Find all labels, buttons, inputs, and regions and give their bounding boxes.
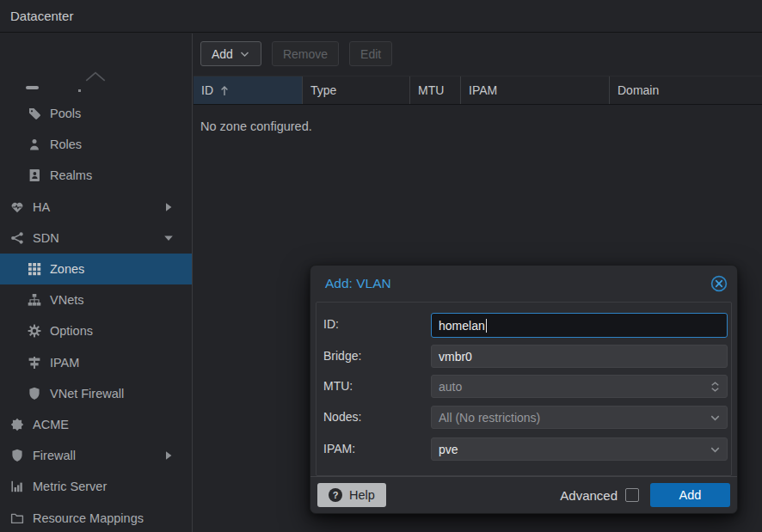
- sidebar-item-label: ACME: [33, 418, 69, 431]
- sidebar-item-acme[interactable]: ACME: [0, 409, 192, 440]
- sidebar-item-clipped: [26, 86, 39, 89]
- sidebar-item-label: Metric Server: [33, 480, 107, 493]
- column-header-domain[interactable]: Domain: [610, 76, 762, 104]
- table-empty-message: No zone configured.: [200, 119, 312, 133]
- sidebar-item-label: Roles: [50, 138, 82, 151]
- bridge-field-input[interactable]: vmbr0: [431, 345, 728, 368]
- bridge-field-value: vmbr0: [439, 350, 472, 364]
- spinner-icon[interactable]: [709, 380, 722, 394]
- network-icon: [9, 231, 25, 245]
- sidebar: PoolsRolesRealmsHASDNZonesVNetsOptionsIP…: [0, 34, 193, 532]
- bar-chart-icon: [9, 480, 25, 493]
- chevron-down-icon[interactable]: [162, 231, 175, 245]
- page-title: Datacenter: [10, 9, 73, 23]
- help-button-label: Help: [349, 488, 375, 502]
- question-mark-icon: ?: [329, 488, 342, 502]
- gear-icon: [26, 324, 42, 338]
- sidebar-item-label: Zones: [50, 262, 84, 276]
- remove-button[interactable]: Remove: [272, 41, 339, 66]
- id-field-value: homelan: [439, 319, 485, 333]
- sidebar-items: PoolsRolesRealmsHASDNZonesVNetsOptionsIP…: [0, 98, 192, 532]
- tag-icon: [26, 107, 42, 120]
- table-header: IDTypeMTUIPAMDomain: [194, 76, 762, 105]
- sidebar-item-pools[interactable]: Pools: [0, 98, 192, 129]
- id-field-row: ID:homelan: [316, 313, 731, 338]
- add-submit-button[interactable]: Add: [650, 483, 730, 507]
- nodes-field-value: All (No restrictions): [439, 411, 540, 425]
- dialog-title: Add: VLAN: [325, 276, 391, 291]
- text-cursor: [486, 319, 488, 333]
- dropdown-chevron-icon[interactable]: [709, 443, 722, 456]
- sidebar-item-options[interactable]: Options: [0, 315, 192, 346]
- bridge-field-row: Bridge:vmbr0: [316, 345, 731, 368]
- column-header-mtu[interactable]: MTU: [410, 76, 461, 104]
- chevron-right-icon[interactable]: [162, 200, 175, 214]
- ipam-field-row: IPAM:pve: [316, 437, 731, 461]
- toolbar: AddRemoveEdit: [194, 34, 762, 76]
- bridge-field-label: Bridge:: [323, 349, 361, 363]
- ipam-field-value: pve: [439, 443, 458, 456]
- sidebar-item-clipped-fragment: [78, 89, 81, 92]
- sidebar-item-label: HA: [33, 200, 50, 214]
- mtu-field-input[interactable]: auto: [431, 375, 728, 398]
- ipam-field-input[interactable]: pve: [431, 437, 728, 461]
- sidebar-item-label: Pools: [50, 107, 81, 120]
- advanced-checkbox[interactable]: [625, 488, 639, 502]
- sidebar-item-label: Resource Mappings: [33, 511, 144, 525]
- button-label: Remove: [283, 47, 328, 61]
- ipam-field-label: IPAM:: [323, 442, 355, 456]
- sidebar-item-metric-server[interactable]: Metric Server: [0, 471, 192, 502]
- sidebar-item-vnets[interactable]: VNets: [0, 284, 192, 315]
- add-button[interactable]: Add: [200, 41, 261, 66]
- chevron-right-icon[interactable]: [162, 449, 175, 462]
- scroll-up-indicator-icon[interactable]: [83, 70, 108, 86]
- sidebar-item-label: VNet Firewall: [50, 387, 124, 401]
- button-label: Edit: [360, 47, 381, 61]
- sitemap-icon: [26, 293, 42, 307]
- column-label: MTU: [418, 83, 444, 97]
- dialog-form: ID:homelanBridge:vmbr0MTU:autoNodes:All …: [316, 302, 732, 476]
- folder-icon: [9, 511, 25, 525]
- sidebar-item-label: Realms: [50, 168, 92, 182]
- sidebar-item-sdn[interactable]: SDN: [0, 223, 192, 254]
- sidebar-item-firewall[interactable]: Firewall: [0, 440, 192, 471]
- shield-icon: [26, 387, 42, 401]
- column-header-id[interactable]: ID: [194, 76, 303, 104]
- nodes-field-row: Nodes:All (No restrictions): [316, 406, 731, 429]
- add-vlan-dialog: Add: VLAN ID:homelanBridge:vmbr0MTU:auto…: [310, 265, 738, 514]
- sidebar-item-resource-mappings[interactable]: Resource Mappings: [0, 502, 192, 532]
- help-button[interactable]: ? Help: [317, 483, 386, 507]
- mtu-field-value: auto: [439, 380, 462, 394]
- edit-button[interactable]: Edit: [349, 41, 392, 66]
- id-field-input[interactable]: homelan: [431, 313, 728, 338]
- nodes-field-input[interactable]: All (No restrictions): [431, 406, 728, 429]
- signpost-icon: [26, 356, 42, 370]
- mtu-field-label: MTU:: [323, 379, 353, 393]
- column-label: Domain: [618, 83, 659, 97]
- advanced-label: Advanced: [560, 488, 618, 503]
- mtu-field-row: MTU:auto: [316, 375, 731, 398]
- dialog-footer: ? Help Advanced Add: [310, 476, 737, 513]
- nodes-field-label: Nodes:: [323, 410, 361, 424]
- dropdown-chevron-icon[interactable]: [709, 411, 722, 424]
- user-icon: [26, 138, 42, 151]
- sidebar-item-label: Firewall: [33, 449, 76, 462]
- sidebar-item-label: VNets: [50, 293, 84, 307]
- dialog-footer-right: Advanced Add: [560, 483, 730, 507]
- sidebar-item-ipam[interactable]: IPAM: [0, 347, 192, 378]
- grid-icon: [26, 262, 42, 276]
- column-header-ipam[interactable]: IPAM: [461, 76, 610, 104]
- sidebar-item-vnet-firewall[interactable]: VNet Firewall: [0, 378, 192, 409]
- seal-icon: [9, 418, 25, 431]
- button-label: Add: [212, 47, 233, 61]
- close-icon[interactable]: [710, 275, 728, 292]
- sidebar-item-label: IPAM: [50, 356, 79, 370]
- shield-icon: [9, 449, 25, 462]
- sidebar-item-roles[interactable]: Roles: [0, 129, 192, 160]
- titlebar: Datacenter: [0, 0, 762, 33]
- sidebar-item-ha[interactable]: HA: [0, 192, 192, 223]
- column-header-type[interactable]: Type: [303, 76, 410, 104]
- sidebar-item-realms[interactable]: Realms: [0, 160, 192, 191]
- sidebar-item-zones[interactable]: Zones: [0, 254, 192, 284]
- heartbeat-icon: [9, 200, 25, 214]
